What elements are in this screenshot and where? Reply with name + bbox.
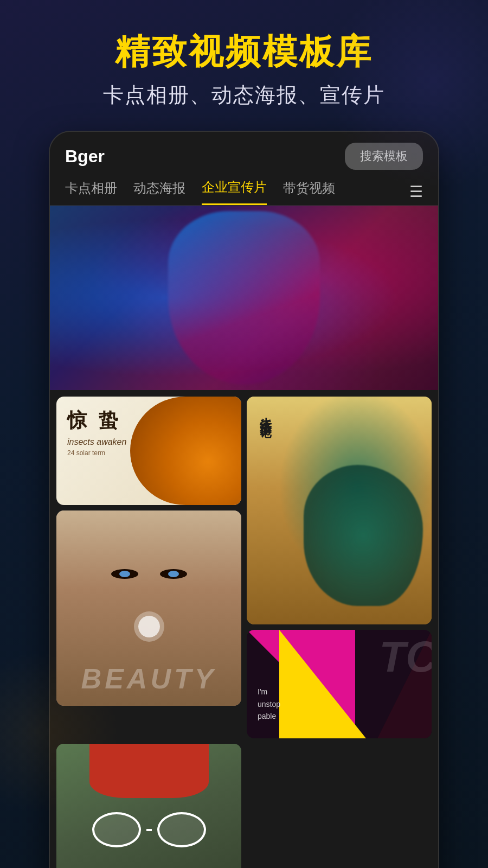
card-colorful[interactable]: TC I'm unstop pable [247, 630, 432, 738]
colorful-line-2: unstop [258, 698, 280, 710]
eye-right [160, 569, 187, 579]
phone-container: Bger 搜索模板 卡点相册 动态海报 企业宣传片 带货视频 ☰ [0, 125, 488, 868]
app-topbar: Bger 搜索模板 [50, 132, 438, 170]
beauty-text: BEAUTY [56, 662, 241, 695]
tab-daihuo[interactable]: 带货视频 [283, 180, 335, 205]
menu-icon[interactable]: ☰ [409, 183, 423, 201]
banner-figure [50, 206, 438, 390]
search-button[interactable]: 搜索模板 [345, 143, 423, 170]
vans-bridge [146, 829, 152, 831]
colorful-big-text: TC [379, 635, 432, 679]
phone-mockup: Bger 搜索模板 卡点相册 动态海报 企业宣传片 带货视频 ☰ [49, 131, 439, 868]
jingzhe-bg [130, 397, 241, 505]
nav-tabs: 卡点相册 动态海报 企业宣传片 带货视频 ☰ [50, 170, 438, 206]
dragon-body [304, 465, 423, 606]
eye-left [111, 569, 138, 579]
banner-face [168, 211, 320, 385]
colorful-text: I'm unstop pable [258, 686, 280, 722]
vans-lens-left [92, 812, 141, 847]
colorful-line-1: I'm [258, 686, 280, 698]
content-grid: 惊 蛰 insects awaken 24 solar term 生活逛游记 [50, 390, 438, 868]
sub-title: 卡点相册、动态海报、宣传片 [22, 81, 466, 109]
vans-lens-right [157, 812, 206, 847]
card-vans[interactable]: KISS MY VANS. [56, 744, 241, 868]
app-logo: Bger [65, 146, 105, 167]
dragon-text: 生活逛游记 [256, 407, 275, 418]
tab-qiyexuanchuanpian[interactable]: 企业宣传片 [202, 178, 267, 205]
main-title: 精致视频模板库 [22, 33, 466, 71]
jingzhe-sub: 24 solar term [67, 449, 126, 457]
vans-hat [89, 744, 209, 798]
header-section: 精致视频模板库 卡点相册、动态海报、宣传片 [0, 0, 488, 125]
vans-glasses [92, 812, 206, 847]
main-banner[interactable] [50, 206, 438, 390]
colorful-line-3: pable [258, 710, 280, 722]
card-beauty[interactable]: BEAUTY [56, 510, 241, 706]
jingzhe-content: 惊 蛰 insects awaken 24 solar term [67, 407, 126, 457]
tab-dongtaihaibao[interactable]: 动态海报 [133, 180, 185, 205]
triangle-yellow [279, 630, 366, 738]
jingzhe-title: 惊 蛰 [67, 407, 126, 434]
tab-kadianzhanxiang[interactable]: 卡点相册 [65, 180, 117, 205]
jingzhe-en: insects awaken [67, 437, 126, 447]
face-wrap [168, 211, 320, 385]
card-dragon[interactable]: 生活逛游记 [247, 397, 432, 624]
card-jingzhe[interactable]: 惊 蛰 insects awaken 24 solar term [56, 397, 241, 505]
beauty-eyes [111, 569, 187, 579]
beauty-flower [138, 616, 160, 637]
